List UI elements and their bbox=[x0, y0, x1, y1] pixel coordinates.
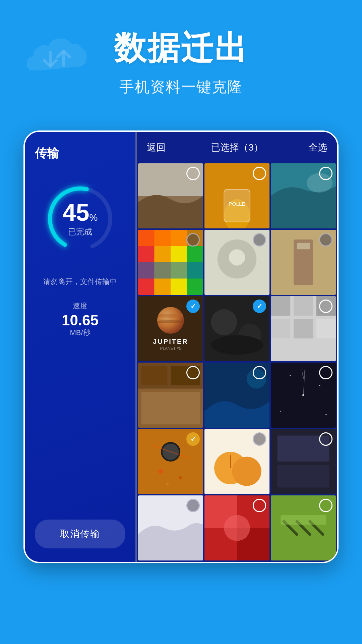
top-section: 数据迁出 手机资料一键克隆 bbox=[0, 0, 362, 117]
svg-point-54 bbox=[166, 483, 169, 486]
photo-select-8[interactable]: ✓ bbox=[253, 300, 266, 313]
svg-point-25 bbox=[211, 309, 237, 335]
photo-select-4[interactable] bbox=[186, 233, 200, 247]
photo-select-15[interactable] bbox=[319, 432, 333, 446]
photo-cell[interactable] bbox=[204, 429, 269, 494]
jupiter-sublabel: PLANET #5 bbox=[160, 346, 181, 351]
progress-percent: % bbox=[89, 212, 98, 223]
photo-select-13[interactable]: ✓ bbox=[186, 432, 200, 446]
select-all-button[interactable]: 全选 bbox=[308, 141, 327, 154]
photo-select-11[interactable] bbox=[253, 366, 266, 379]
svg-text:POLLE: POLLE bbox=[229, 201, 245, 207]
svg-rect-34 bbox=[316, 319, 336, 338]
photo-cell[interactable] bbox=[271, 230, 336, 295]
photo-cell[interactable] bbox=[204, 363, 269, 428]
progress-circle: 45% 已完成 bbox=[40, 178, 120, 259]
photo-select-14[interactable] bbox=[253, 432, 266, 446]
photo-cell[interactable] bbox=[138, 363, 203, 428]
photo-select-12[interactable] bbox=[319, 366, 333, 379]
speed-value: 10.65 bbox=[62, 313, 99, 328]
jupiter-label: JUPITER bbox=[153, 338, 188, 345]
svg-point-27 bbox=[211, 335, 263, 355]
svg-rect-70 bbox=[281, 515, 326, 525]
photo-cell[interactable] bbox=[271, 363, 336, 428]
photo-cell[interactable] bbox=[204, 495, 269, 560]
svg-rect-37 bbox=[141, 366, 168, 385]
photo-select-3[interactable] bbox=[319, 167, 333, 180]
photo-grid-panel: 返回 已选择（3） 全选 bbox=[137, 132, 337, 562]
photo-select-18[interactable] bbox=[319, 499, 333, 512]
progress-label: 已完成 bbox=[63, 226, 98, 237]
photo-cell[interactable] bbox=[271, 429, 336, 494]
photo-select-6[interactable] bbox=[319, 233, 333, 247]
svg-point-65 bbox=[224, 515, 250, 541]
grid-topbar: 返回 已选择（3） 全选 bbox=[137, 132, 337, 163]
jupiter-photo-cell[interactable]: JUPITER PLANET #5 ✓ bbox=[138, 296, 203, 361]
photo-cell[interactable]: POLLE bbox=[204, 163, 269, 228]
svg-rect-39 bbox=[141, 392, 200, 424]
transfer-panel: 传输 45% 已完成 请勿离开，文件传输中 速度 10.65 MB/秒 取消传输 bbox=[25, 132, 135, 562]
svg-point-46 bbox=[280, 411, 281, 412]
photo-select-16[interactable] bbox=[186, 499, 200, 512]
photo-cell[interactable] bbox=[271, 296, 336, 361]
photo-select-5[interactable] bbox=[253, 233, 266, 247]
speed-label: 速度 bbox=[62, 301, 99, 311]
photo-cell[interactable] bbox=[138, 495, 203, 560]
svg-point-44 bbox=[290, 375, 291, 376]
svg-point-52 bbox=[158, 469, 164, 474]
photo-cell[interactable] bbox=[271, 495, 336, 560]
svg-rect-23 bbox=[297, 243, 310, 249]
photo-cell[interactable] bbox=[204, 230, 269, 295]
svg-point-20 bbox=[229, 249, 245, 266]
photo-select-2[interactable] bbox=[253, 167, 266, 180]
photo-select-jupiter[interactable]: ✓ bbox=[186, 300, 200, 313]
svg-rect-30 bbox=[294, 296, 313, 316]
svg-rect-60 bbox=[277, 465, 329, 488]
selected-count: 已选择（3） bbox=[211, 141, 263, 154]
panel-title: 传输 bbox=[35, 145, 59, 162]
progress-number: 45 bbox=[63, 199, 89, 226]
jupiter-planet bbox=[157, 307, 184, 334]
photo-select-1[interactable] bbox=[186, 167, 200, 180]
svg-point-47 bbox=[325, 414, 327, 415]
svg-rect-17 bbox=[138, 262, 203, 279]
photo-cell[interactable] bbox=[138, 163, 203, 228]
svg-rect-33 bbox=[294, 319, 313, 338]
svg-point-57 bbox=[232, 457, 261, 486]
svg-point-45 bbox=[319, 385, 320, 386]
photo-select-10[interactable] bbox=[186, 366, 200, 379]
photo-cell[interactable] bbox=[138, 230, 203, 295]
photo-cell[interactable]: ✓ bbox=[204, 296, 269, 361]
back-button[interactable]: 返回 bbox=[147, 141, 166, 154]
transfer-note: 请勿离开，文件传输中 bbox=[43, 276, 117, 287]
photo-select-17[interactable] bbox=[253, 499, 266, 512]
device-mockup: 传输 45% 已完成 请勿离开，文件传输中 速度 10.65 MB/秒 取消传输 bbox=[23, 130, 339, 563]
speed-section: 速度 10.65 MB/秒 bbox=[62, 301, 99, 338]
photo-cell[interactable] bbox=[271, 163, 336, 228]
svg-rect-29 bbox=[271, 296, 290, 316]
svg-point-53 bbox=[179, 476, 182, 480]
photo-cell[interactable]: ✓ bbox=[138, 429, 203, 494]
sub-title: 手机资料一键克隆 bbox=[20, 77, 342, 97]
svg-rect-32 bbox=[271, 319, 290, 338]
photo-select-9[interactable] bbox=[319, 300, 333, 313]
photo-grid: POLLE bbox=[137, 163, 337, 562]
cancel-transfer-button[interactable]: 取消传输 bbox=[35, 520, 125, 548]
speed-unit: MB/秒 bbox=[62, 328, 99, 338]
